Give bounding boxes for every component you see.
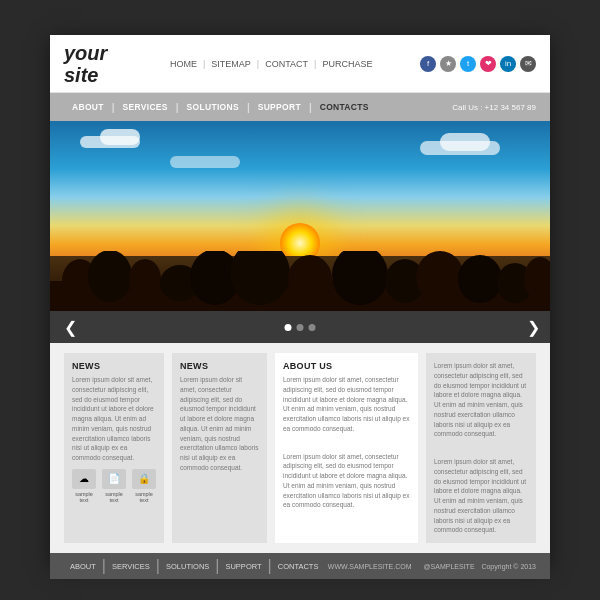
email-icon[interactable]: ✉ [520,56,536,72]
cloud-5 [170,156,240,168]
prev-arrow[interactable]: ❮ [60,318,81,337]
hero-section [50,121,550,311]
news-1-text: Lorem ipsum dolor sit amet, consectetur … [72,375,156,463]
footer-services[interactable]: SERVICES [106,562,156,571]
logo-line1: your [64,42,144,64]
footer-support[interactable]: SUPPORT [219,562,267,571]
news-1-title: NEWS [72,361,156,371]
footer-copyright: Copyright © 2013 [481,563,536,570]
footer-contacts[interactable]: CONTACTS [272,562,325,571]
side-text-1: Lorem ipsum dolor sit amet, consectetur … [434,361,528,439]
logo-line2: site [64,64,144,86]
cloud-2 [100,129,140,145]
top-nav: your site HOME | SITEMAP | CONTACT | PUR… [50,35,550,93]
sec-nav: ABOUT | SERVICES | SOLUTIONS | SUPPORT |… [50,93,550,121]
sec-contacts[interactable]: CONTACTS [312,102,377,112]
sec-about[interactable]: ABOUT [64,102,112,112]
side-text-2: Lorem ipsum dolor sit amet, consectetur … [434,457,528,535]
svg-point-2 [88,251,132,302]
sec-nav-links: ABOUT | SERVICES | SOLUTIONS | SUPPORT |… [64,102,377,113]
svg-point-10 [416,251,464,303]
dot-1[interactable] [285,324,292,331]
svg-point-3 [129,259,161,299]
icon-item-doc: 📄 sample text [102,469,126,503]
twitter-icon[interactable]: t [460,56,476,72]
sec-services[interactable]: SERVICES [115,102,176,112]
slider-dots [285,324,316,331]
instagram-icon[interactable]: ❤ [480,56,496,72]
news-2-title: NEWS [180,361,259,371]
dot-2[interactable] [297,324,304,331]
side-col: Lorem ipsum dolor sit amet, consectetur … [426,353,536,543]
news-2-col: NEWS Lorem ipsum dolor sit amet, consect… [172,353,267,543]
footer-social: @SAMPLESITE [423,563,474,570]
svg-point-7 [288,255,332,303]
footer-website: WWW.SAMPLESITE.COM [328,563,412,570]
news-1-icons: ☁ sample text 📄 sample text 🔒 sample tex… [72,469,156,503]
news-1-col: NEWS Lorem ipsum dolor sit amet, consect… [64,353,164,543]
footer-solutions[interactable]: SOLUTIONS [160,562,215,571]
svg-point-11 [458,255,502,303]
dot-3[interactable] [309,324,316,331]
about-title: ABOUT US [283,361,410,371]
facebook-icon[interactable]: f [420,56,436,72]
cloud-4 [440,133,490,151]
sec-support[interactable]: SUPPORT [250,102,309,112]
logo: your site [64,42,144,86]
cloud-icon-box: ☁ [72,469,96,489]
footer-about[interactable]: ABOUT [64,562,102,571]
bottom-nav: ABOUT | SERVICES | SOLUTIONS | SUPPORT |… [50,553,550,579]
cloud-icon-label: sample text [72,491,96,503]
bottom-nav-links: ABOUT | SERVICES | SOLUTIONS | SUPPORT |… [64,557,324,575]
top-nav-links: HOME | SITEMAP | CONTACT | PURCHASE [164,59,378,69]
content-area: NEWS Lorem ipsum dolor sit amet, consect… [50,343,550,553]
star-icon[interactable]: ★ [440,56,456,72]
footer-center: WWW.SAMPLESITE.COM @SAMPLESITE [328,563,475,570]
doc-icon-box: 📄 [102,469,126,489]
next-arrow[interactable]: ❯ [527,318,540,337]
about-text-1: Lorem ipsum dolor sit amet, consectetur … [283,375,410,434]
nav-contact[interactable]: CONTACT [259,59,314,69]
icon-item-cloud: ☁ sample text [72,469,96,503]
about-col: ABOUT US Lorem ipsum dolor sit amet, con… [275,353,418,543]
doc-icon-label: sample text [102,491,126,503]
tree-silhouette [50,251,550,311]
nav-sitemap[interactable]: SITEMAP [205,59,257,69]
nav-home[interactable]: HOME [164,59,203,69]
about-text-2: Lorem ipsum dolor sit amet, consectetur … [283,452,410,511]
lock-icon-box: 🔒 [132,469,156,489]
sec-solutions[interactable]: SOLUTIONS [179,102,247,112]
lock-icon-label: sample text [132,491,156,503]
linkedin-icon[interactable]: in [500,56,516,72]
slider-bar: ❮ ❯ [50,311,550,343]
hero-background [50,121,550,311]
nav-purchase[interactable]: PURCHASE [316,59,378,69]
top-icons: f ★ t ❤ in ✉ [420,56,536,72]
call-us: Call Us : +12 34 567 89 [452,103,536,112]
icon-item-lock: 🔒 sample text [132,469,156,503]
news-2-text: Lorem ipsum dolor sit amet, consectetur … [180,375,259,473]
website-mockup: your site HOME | SITEMAP | CONTACT | PUR… [50,35,550,565]
